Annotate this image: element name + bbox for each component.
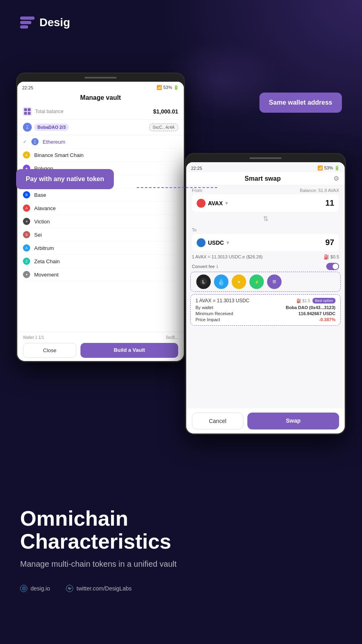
route-by-wallet: By wallet Boba DAO (0x43...3123) (195, 305, 335, 310)
left-screen-title: Manage vault (17, 92, 184, 104)
from-input-row[interactable]: AVAX ▾ 11 (192, 194, 339, 212)
route-option[interactable]: 1 AVAX = 11.3013 USDC ⛽ $1.5 Best option… (190, 294, 341, 326)
gas-fee-2: ⛽ $1.5 (296, 299, 310, 303)
chain-viction[interactable]: ✕ Viction (23, 215, 178, 228)
logo-bar-1 (20, 17, 35, 20)
right-screen: 22:25 📶 53% 🔋 Smart swap ⚙ From Balance:… (186, 162, 345, 433)
convert-fee-toggle[interactable] (326, 263, 339, 270)
wallet-footer: Wallet 1 1/1 0xcB... Close Build a Vault (17, 332, 184, 361)
swap-header: Smart swap ⚙ (186, 172, 345, 185)
left-status-bar: 22:25 📶 53% 🔋 (17, 82, 184, 92)
footer-link-twitter[interactable]: 🐦 twitter.com/DesigLabs (66, 585, 132, 592)
to-input-row[interactable]: USDC ▾ 97 (192, 234, 339, 251)
convert-fee-label: Convert fee (192, 264, 215, 269)
from-amount[interactable]: 11 (325, 198, 334, 208)
right-time: 22:25 (191, 166, 202, 171)
settings-icon[interactable]: ⚙ (333, 175, 339, 182)
to-label: To (192, 227, 339, 232)
fee-row: Convert fee ℹ (186, 261, 345, 272)
devices-area: Same wallet address 22:25 📶 53% 🔋 Manage… (0, 60, 362, 423)
chain-bsc[interactable]: B Binance Smart Chain (23, 149, 178, 162)
pay-native-callout: Pay with any native token (16, 169, 114, 189)
right-status-bar: 22:25 📶 53% 🔋 (186, 162, 345, 172)
swap-button[interactable]: Swap (247, 413, 339, 429)
swap-btns: Cancel Swap (186, 409, 345, 433)
left-time: 22:25 (22, 85, 33, 90)
swap-arrow[interactable]: ⇅ (186, 213, 345, 224)
pay-line-h (137, 187, 217, 188)
to-section: To USDC ▾ 97 (186, 224, 345, 253)
website-url: desig.io (31, 585, 50, 592)
swap-title: Smart swap (245, 175, 281, 182)
wallet-info: Wallet 1 1/1 0xcB... (23, 335, 178, 340)
device-notch (84, 77, 117, 78)
chain-list: Ξ Ethereum B Binance Smart Chain ◈ Polyg… (17, 135, 184, 281)
from-section: From Balance: 51.9 AVAX AVAX ▾ 11 (186, 185, 345, 213)
vault-balance-bar: Total balance $1,000.01 (17, 104, 184, 120)
token-circle-3[interactable]: ✦ (232, 275, 246, 289)
device-right: 22:25 📶 53% 🔋 Smart swap ⚙ From Balance:… (185, 153, 346, 435)
svg-text:L: L (202, 280, 205, 284)
to-token-selector[interactable]: USDC ▾ (197, 238, 229, 247)
sub-heading: Manage multi-chain tokens in a unified v… (20, 559, 342, 569)
bottom-section: Omnichain Characteristics Manage multi-c… (0, 491, 362, 644)
footer-links: 🌐 desig.io 🐦 twitter.com/DesigLabs (20, 585, 342, 592)
cancel-button[interactable]: Cancel (192, 413, 243, 429)
vault-btn-row: Close Build a Vault (23, 343, 178, 358)
vault-address: 0xcC...4c4A (149, 124, 178, 131)
device-left: 22:25 📶 53% 🔋 Manage vault (16, 72, 185, 362)
svg-text:✦: ✦ (237, 280, 241, 284)
route-rate: 1 AVAX = 11.3013 USDC (195, 298, 249, 303)
left-signal: 📶 53% 🔋 (156, 85, 179, 90)
twitter-url: twitter.com/DesigLabs (76, 585, 132, 592)
same-wallet-callout: Same wallet address (259, 93, 342, 113)
to-amount[interactable]: 97 (325, 238, 334, 247)
logo-bar-2 (20, 21, 31, 24)
close-button[interactable]: Close (23, 343, 76, 358)
info-icon: ℹ (216, 264, 218, 269)
rate-text: 1 AVAX = 11.3013 USDC.e ($26.28) (192, 254, 263, 260)
avax-icon (197, 199, 206, 208)
build-vault-button[interactable]: Build a Vault (80, 343, 178, 358)
chain-base[interactable]: B Base (23, 188, 178, 202)
token-circle-2[interactable]: 💧 (214, 275, 228, 289)
chain-sei[interactable]: S Sei (23, 228, 178, 242)
vault-name-tag: BobaDAO 2/3 (34, 124, 69, 131)
right-signal: 📶 53% 🔋 (317, 165, 340, 171)
chain-movement[interactable]: ✦ Movement (23, 268, 178, 281)
to-token-name: USDC (208, 239, 224, 246)
from-token-name: AVAX (208, 200, 223, 206)
chain-arbitrum[interactable]: A Arbitrum (23, 242, 178, 255)
from-balance: Balance: 51.9 AVAX (300, 188, 339, 193)
twitter-icon: 🐦 (66, 585, 73, 592)
chain-ethereum[interactable]: Ξ Ethereum (23, 135, 178, 149)
token-circle-1[interactable]: L (196, 275, 211, 289)
from-token-selector[interactable]: AVAX ▾ (197, 199, 228, 208)
svg-text:⚡: ⚡ (255, 280, 259, 285)
globe-icon: 🌐 (20, 585, 27, 592)
logo-icon (20, 17, 35, 29)
route-price-impact: Price Impact -0.387% (195, 317, 335, 322)
right-device-notch (249, 157, 282, 159)
left-screen: 22:25 📶 53% 🔋 Manage vault (17, 82, 184, 361)
gas-fee: ⛽ $0.5 (324, 254, 339, 260)
balance-amount: $1,000.01 (153, 108, 178, 115)
route-min-received: Minimum Received 116.942667 USDC (195, 311, 335, 316)
chain-alavance[interactable]: A Alavance (23, 202, 178, 215)
main-heading: Omnichain Characteristics (20, 507, 342, 553)
best-option-badge: Best option (313, 298, 335, 303)
token-circle-5[interactable]: ≡ (267, 275, 282, 289)
rate-row: 1 AVAX = 11.3013 USDC.e ($26.28) ⛽ $0.5 (186, 253, 345, 261)
header: Desig (20, 16, 70, 29)
chain-zeta[interactable]: Z Zeta Chain (23, 255, 178, 268)
logo-bar-3 (20, 25, 28, 29)
footer-link-website[interactable]: 🌐 desig.io (20, 585, 50, 592)
token-icons-row: L 💧 ✦ ⚡ ≡ (190, 272, 341, 292)
token-circle-4[interactable]: ⚡ (249, 275, 264, 289)
chevron-down-icon: ▾ (225, 200, 228, 206)
from-label: From Balance: 51.9 AVAX (192, 188, 339, 193)
vault-selector[interactable]: Ξ BobaDAO 2/3 0xcC...4c4A (17, 120, 184, 135)
usdc-icon (197, 238, 206, 247)
chevron-down-icon-2: ▾ (226, 240, 229, 246)
balance-label: Total balance (35, 109, 64, 114)
